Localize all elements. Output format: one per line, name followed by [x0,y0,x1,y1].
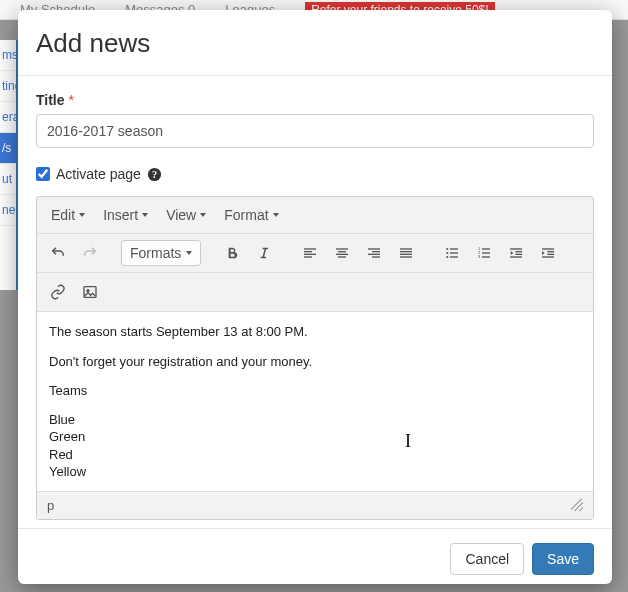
undo-button[interactable] [43,238,73,268]
caret-down-icon [273,213,279,217]
editor-line: Yellow [49,463,581,481]
svg-rect-27 [482,248,490,249]
editor-toolbar: Formats 123 [37,234,593,273]
align-justify-button[interactable] [391,238,421,268]
svg-rect-5 [304,256,312,257]
add-news-modal: Add news Title * Activate page ? Edit In… [18,10,612,584]
resize-grip-icon[interactable] [571,499,583,511]
svg-rect-14 [400,248,412,249]
modal-body: Title * Activate page ? Edit Insert View… [18,76,612,528]
numbered-list-button[interactable]: 123 [469,238,499,268]
required-mark: * [68,92,73,108]
save-button[interactable]: Save [532,543,594,575]
svg-rect-8 [336,254,348,255]
align-right-button[interactable] [359,238,389,268]
svg-rect-31 [516,251,523,252]
caret-down-icon [79,213,85,217]
svg-rect-16 [400,254,412,255]
svg-rect-17 [400,256,412,257]
svg-rect-36 [548,254,555,255]
rich-text-editor: Edit Insert View Format Formats [36,196,594,520]
svg-rect-10 [368,248,380,249]
editor-paragraph: Teams [49,381,581,401]
caret-down-icon [186,251,192,255]
svg-point-20 [447,256,449,258]
bullet-list-button[interactable] [437,238,467,268]
svg-rect-3 [304,251,312,252]
redo-button[interactable] [75,238,105,268]
italic-button[interactable] [249,238,279,268]
image-button[interactable] [75,277,105,307]
menu-edit[interactable]: Edit [43,201,93,229]
svg-rect-34 [542,248,554,249]
bold-button[interactable] [217,238,247,268]
svg-rect-33 [510,256,522,257]
activate-page-label: Activate page [56,166,141,182]
formats-dropdown[interactable]: Formats [121,240,201,266]
modal-header: Add news [18,10,612,76]
svg-rect-12 [368,254,380,255]
menu-view[interactable]: View [158,201,214,229]
align-left-button[interactable] [295,238,325,268]
svg-rect-23 [450,256,458,257]
element-path[interactable]: p [47,498,54,513]
svg-rect-28 [482,252,490,253]
editor-line: Red [49,446,581,464]
modal-title: Add news [36,28,594,59]
svg-rect-11 [372,251,380,252]
svg-rect-15 [400,251,412,252]
svg-rect-6 [336,248,348,249]
editor-paragraph: Don't forget your registration and your … [49,352,581,372]
menu-format[interactable]: Format [216,201,286,229]
svg-rect-7 [338,251,346,252]
cancel-button[interactable]: Cancel [450,543,524,575]
outdent-button[interactable] [501,238,531,268]
svg-rect-35 [548,251,555,252]
help-icon[interactable]: ? [147,167,162,182]
svg-point-19 [447,252,449,254]
svg-rect-2 [304,248,316,249]
title-label: Title * [36,92,594,108]
editor-paragraph: The season starts September 13 at 8:00 P… [49,322,581,342]
editor-content-area[interactable]: The season starts September 13 at 8:00 P… [37,312,593,491]
svg-rect-22 [450,252,458,253]
activate-page-checkbox[interactable] [36,167,50,181]
editor-toolbar-row-2 [37,273,593,312]
svg-text:3: 3 [478,254,481,259]
menu-insert[interactable]: Insert [95,201,156,229]
link-button[interactable] [43,277,73,307]
svg-rect-32 [516,254,523,255]
modal-footer: Cancel Save [18,528,612,589]
svg-rect-4 [304,254,316,255]
editor-statusbar: p [37,491,593,519]
svg-rect-13 [372,256,380,257]
svg-rect-21 [450,248,458,249]
align-center-button[interactable] [327,238,357,268]
caret-down-icon [200,213,206,217]
svg-point-18 [447,248,449,250]
svg-rect-29 [482,256,490,257]
svg-point-39 [87,290,89,292]
title-input[interactable] [36,114,594,148]
svg-rect-30 [510,248,522,249]
editor-menubar: Edit Insert View Format [37,197,593,234]
editor-line: Green [49,428,581,446]
caret-down-icon [142,213,148,217]
background-sidebar: ms ting era /s ut ner [0,40,18,290]
svg-rect-9 [338,256,346,257]
svg-text:?: ? [152,169,157,180]
indent-button[interactable] [533,238,563,268]
svg-rect-37 [542,256,554,257]
editor-line: Blue [49,411,581,429]
